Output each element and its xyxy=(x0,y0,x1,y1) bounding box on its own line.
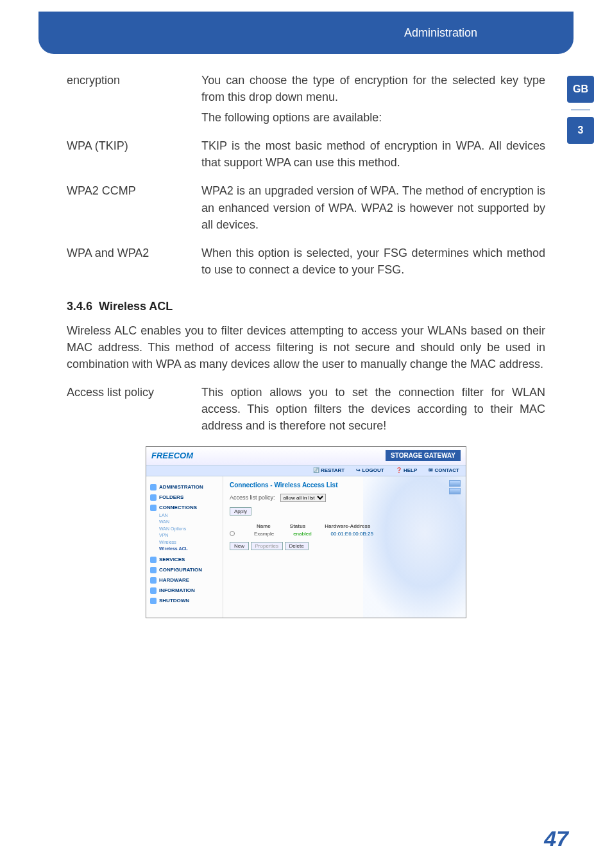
panel-title: Connections - Wireless Access List xyxy=(230,482,459,489)
nav-label: CONNECTIONS xyxy=(159,505,197,510)
nav-sub-wanopts[interactable]: WAN Options xyxy=(159,526,219,533)
section-title: Wireless ACL xyxy=(99,300,173,313)
config-icon xyxy=(150,567,157,573)
delete-button[interactable]: Delete xyxy=(285,542,309,550)
nav-sub-wirelessacl[interactable]: Wireless ACL xyxy=(159,546,219,553)
row-mac: 00:01:E6:00:0B:25 xyxy=(331,531,373,537)
row-radio[interactable] xyxy=(230,531,235,536)
def-row: Access list policy This option allows yo… xyxy=(67,384,545,438)
toolbar-contact: CONTACT xyxy=(434,467,459,473)
def-para: When this option is selected, your FSG d… xyxy=(201,245,545,278)
restart-icon[interactable]: 🔄 RESTART xyxy=(313,467,344,473)
acl-table-header: Name Status Hardware-Address xyxy=(230,523,459,529)
row-status: enabled xyxy=(293,531,311,537)
nav-label: CONFIGURATION xyxy=(159,567,202,573)
def-text: You can choose the type of encryption fo… xyxy=(201,72,545,130)
hardware-icon xyxy=(150,577,157,584)
new-button[interactable]: New xyxy=(230,542,249,550)
def-para: You can choose the type of encryption fo… xyxy=(201,72,545,105)
col-name: Name xyxy=(257,523,271,529)
row-name: Example xyxy=(254,531,274,537)
panel-corner-icons xyxy=(449,480,461,494)
acl-button-row: New Properties Delete xyxy=(230,542,459,550)
def-row: WPA and WPA2 When this option is selecte… xyxy=(67,245,545,282)
nav-information[interactable]: INFORMATION xyxy=(150,587,219,594)
def-text: When this option is selected, your FSG d… xyxy=(201,245,545,282)
shot-titlebar: FREECOM STORAGE GATEWAY xyxy=(146,447,466,465)
nav-label: INFORMATION xyxy=(159,587,195,593)
def-row: encryption You can choose the type of en… xyxy=(67,72,545,130)
policy-row: Access list policy: allow all in list xyxy=(230,494,459,502)
toolbar-restart: RESTART xyxy=(321,467,344,473)
page-header: Administration xyxy=(38,12,574,54)
shot-brand: STORAGE GATEWAY xyxy=(386,450,461,461)
side-tab-separator xyxy=(571,109,590,110)
logout-icon[interactable]: ↪ LOGOUT xyxy=(356,467,384,473)
nav-label: SERVICES xyxy=(159,557,185,562)
def-para: TKIP is the most basic method of encrypt… xyxy=(201,137,545,171)
def-term: WPA and WPA2 xyxy=(67,245,201,282)
nav-connections[interactable]: CONNECTIONS xyxy=(150,505,219,511)
nav-sub-vpn[interactable]: VPN xyxy=(159,532,219,539)
admin-icon xyxy=(150,484,157,490)
nav-connections-sub: LAN WAN WAN Options VPN Wireless Wireles… xyxy=(150,512,219,553)
embedded-screenshot: FREECOM STORAGE GATEWAY 🔄 RESTART ↪ LOGO… xyxy=(146,446,466,618)
def-para: This option allows you to set the connec… xyxy=(201,384,545,434)
policy-select[interactable]: allow all in list xyxy=(280,494,326,502)
def-term: WPA2 CCMP xyxy=(67,182,201,236)
help-icon[interactable]: ❓ HELP xyxy=(396,467,418,473)
apply-button[interactable]: Apply xyxy=(230,507,251,516)
nav-label: HARDWARE xyxy=(159,577,189,583)
definition-list-2: Access list policy This option allows yo… xyxy=(67,384,545,438)
side-tabs: GB 3 xyxy=(567,76,594,155)
col-status: Status xyxy=(290,523,305,529)
def-text: TKIP is the most basic method of encrypt… xyxy=(201,137,545,175)
shutdown-icon xyxy=(150,598,157,604)
nav-sub-lan[interactable]: LAN xyxy=(159,512,219,519)
acl-table-row[interactable]: Example enabled 00:01:E6:00:0B:25 xyxy=(230,531,459,537)
breadcrumb: Administration xyxy=(404,26,477,40)
nav-label: SHUTDOWN xyxy=(159,598,189,603)
toolbar-help: HELP xyxy=(404,467,417,473)
nav-label: FOLDERS xyxy=(159,494,183,500)
nav-administration[interactable]: ADMINISTRATION xyxy=(150,484,219,490)
nav-shutdown[interactable]: SHUTDOWN xyxy=(150,598,219,604)
page-content: encryption You can choose the type of en… xyxy=(0,54,612,618)
nav-hardware[interactable]: HARDWARE xyxy=(150,577,219,584)
side-tab-chapter: 3 xyxy=(567,117,594,144)
properties-button[interactable]: Properties xyxy=(251,542,283,550)
def-term: Access list policy xyxy=(67,384,201,438)
def-text: WPA2 is an upgraded version of WPA. The … xyxy=(201,182,545,236)
nav-sub-wan[interactable]: WAN xyxy=(159,519,219,526)
col-mac: Hardware-Address xyxy=(325,523,370,529)
nav-services[interactable]: SERVICES xyxy=(150,557,219,563)
shot-main-panel: Connections - Wireless Access List Acces… xyxy=(223,476,466,618)
def-term: WPA (TKIP) xyxy=(67,137,201,175)
info-icon xyxy=(150,587,157,594)
shot-toolbar: 🔄 RESTART ↪ LOGOUT ❓ HELP ✉ CONTACT xyxy=(146,465,466,476)
section-intro: Wireless ALC enables you to filter devic… xyxy=(67,322,545,372)
def-term: encryption xyxy=(67,72,201,130)
def-text: This option allows you to set the connec… xyxy=(201,384,545,438)
shot-body: ADMINISTRATION FOLDERS CONNECTIONS LAN W… xyxy=(146,476,466,618)
side-tab-lang: GB xyxy=(567,76,594,103)
nav-configuration[interactable]: CONFIGURATION xyxy=(150,567,219,573)
def-row: WPA (TKIP) TKIP is the most basic method… xyxy=(67,137,545,175)
services-icon xyxy=(150,557,157,563)
shot-nav: ADMINISTRATION FOLDERS CONNECTIONS LAN W… xyxy=(146,476,223,618)
definition-list: encryption You can choose the type of en… xyxy=(67,72,545,282)
shot-logo: FREECOM xyxy=(151,451,193,460)
def-row: WPA2 CCMP WPA2 is an upgraded version of… xyxy=(67,182,545,236)
nav-sub-wireless[interactable]: Wireless xyxy=(159,539,219,546)
section-number: 3.4.6 xyxy=(67,300,92,313)
nav-sub-active-label: Wireless ACL xyxy=(159,546,188,551)
toolbar-logout: LOGOUT xyxy=(362,467,384,473)
def-para: The following options are available: xyxy=(201,109,545,126)
def-para: WPA2 is an upgraded version of WPA. The … xyxy=(201,182,545,232)
nav-folders[interactable]: FOLDERS xyxy=(150,494,219,501)
page-number: 47 xyxy=(544,826,568,851)
contact-icon[interactable]: ✉ CONTACT xyxy=(429,467,459,473)
connections-icon xyxy=(150,505,157,511)
folders-icon xyxy=(150,494,157,501)
section-heading: 3.4.6 Wireless ACL xyxy=(67,300,545,313)
